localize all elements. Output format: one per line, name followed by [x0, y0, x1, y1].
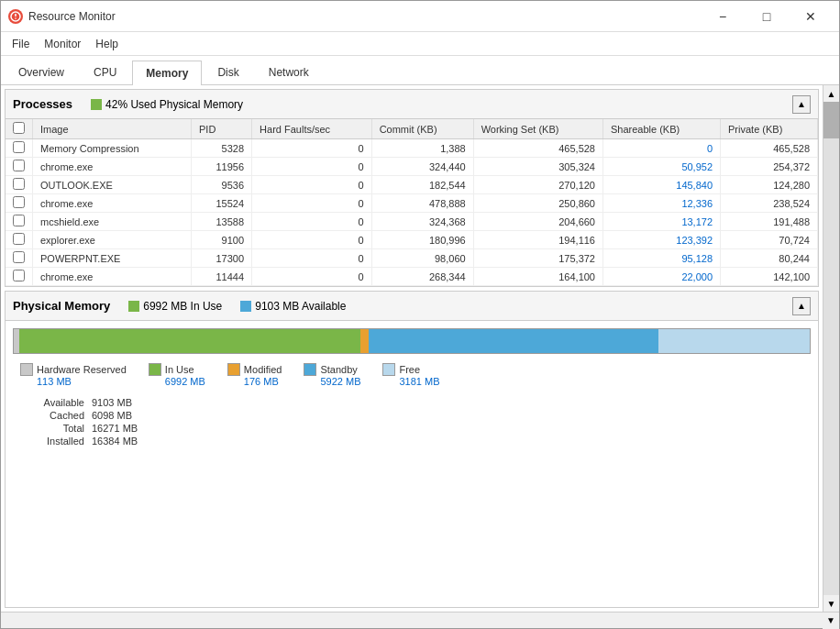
svg-point-2	[15, 17, 17, 19]
row-shareable: 13,172	[602, 213, 720, 231]
legend-item-free: Free 3181 MB	[382, 363, 439, 387]
row-shareable: 123,392	[602, 231, 720, 249]
memory-stats: Available 9103 MB Cached 6098 MB Total 1…	[20, 396, 803, 447]
row-image: Memory Compression	[33, 139, 192, 158]
row-hard-faults: 0	[252, 268, 372, 286]
row-pid: 13588	[192, 213, 252, 231]
physical-memory-collapse-button[interactable]: ▲	[792, 297, 811, 315]
legend-label-row: Standby	[304, 363, 357, 376]
legend-item-modified: Modified 176 MB	[227, 363, 282, 387]
row-pid: 9100	[192, 231, 252, 249]
physical-memory-header: Physical Memory 6992 MB In Use 9103 MB A…	[6, 292, 818, 321]
row-checkbox-cell[interactable]	[6, 231, 33, 249]
row-checkbox[interactable]	[13, 160, 25, 171]
row-checkbox[interactable]	[13, 178, 25, 190]
maximize-button[interactable]: □	[746, 4, 788, 29]
col-shareable[interactable]: Shareable (KB)	[602, 119, 720, 139]
row-checkbox-cell[interactable]	[6, 249, 33, 268]
row-image: chrome.exe	[33, 268, 192, 286]
legend-value: 113 MB	[20, 376, 72, 387]
row-working-set: 204,660	[473, 213, 602, 231]
row-checkbox[interactable]	[13, 215, 25, 226]
tab-memory[interactable]: Memory	[132, 61, 202, 85]
row-commit: 478,888	[371, 194, 473, 213]
table-row[interactable]: POWERPNT.EXE 17300 0 98,060 175,372 95,1…	[6, 249, 818, 268]
col-pid[interactable]: PID	[192, 119, 252, 139]
scroll-down-button[interactable]: ▼	[823, 595, 840, 612]
table-row[interactable]: Memory Compression 5328 0 1,388 465,528 …	[6, 139, 818, 158]
row-checkbox[interactable]	[13, 251, 25, 263]
table-row[interactable]: chrome.exe 11956 0 324,440 305,324 50,95…	[6, 158, 818, 176]
row-checkbox[interactable]	[13, 196, 25, 208]
col-commit[interactable]: Commit (KB)	[371, 119, 473, 139]
menu-file[interactable]: File	[5, 36, 37, 52]
legend-name: Standby	[320, 364, 357, 375]
row-commit: 98,060	[371, 249, 473, 268]
table-row[interactable]: chrome.exe 11444 0 268,344 164,100 22,00…	[6, 268, 818, 286]
stat-value: 6098 MB	[92, 410, 132, 421]
legend-value: 5922 MB	[304, 376, 360, 387]
col-working-set[interactable]: Working Set (KB)	[473, 119, 602, 139]
window-controls: − □ ✕	[702, 4, 832, 29]
row-checkbox[interactable]	[13, 270, 25, 281]
row-checkbox-cell[interactable]	[6, 213, 33, 231]
tab-cpu[interactable]: CPU	[80, 60, 130, 84]
tab-overview[interactable]: Overview	[5, 60, 78, 84]
select-all-checkbox[interactable]	[13, 122, 25, 134]
table-row[interactable]: OUTLOOK.EXE 9536 0 182,544 270,120 145,8…	[6, 176, 818, 194]
row-pid: 9536	[192, 176, 252, 194]
row-checkbox[interactable]	[13, 141, 25, 153]
available-icon	[240, 301, 251, 312]
col-checkbox	[6, 119, 33, 139]
menu-monitor[interactable]: Monitor	[37, 36, 88, 52]
processes-table-scroll[interactable]: Image PID Hard Faults/sec Commit (KB) Wo…	[6, 119, 818, 286]
row-checkbox[interactable]	[13, 233, 25, 245]
stat-label: Total	[20, 423, 84, 434]
main-window: Resource Monitor − □ ✕ File Monitor Help…	[0, 0, 840, 629]
table-row[interactable]: chrome.exe 15524 0 478,888 250,860 12,33…	[6, 194, 818, 213]
processes-status: 42% Used Physical Memory	[91, 98, 243, 111]
row-checkbox-cell[interactable]	[6, 268, 33, 286]
tab-network[interactable]: Network	[255, 60, 323, 84]
stat-value: 9103 MB	[92, 397, 132, 408]
app-icon	[8, 9, 23, 24]
row-checkbox-cell[interactable]	[6, 139, 33, 158]
memory-bar	[13, 328, 811, 354]
col-image[interactable]: Image	[33, 119, 192, 139]
minimize-button[interactable]: −	[702, 4, 744, 29]
tab-bar: Overview CPU Memory Disk Network	[1, 56, 839, 85]
row-image: POWERPNT.EXE	[33, 249, 192, 268]
scroll-thumb[interactable]	[823, 102, 839, 138]
bottom-scrollbar[interactable]: ▼	[1, 612, 839, 628]
row-shareable: 0	[602, 139, 720, 158]
memory-status-icon	[91, 99, 102, 110]
main-content: Processes 42% Used Physical Memory ▲	[1, 85, 839, 612]
memory-in-use-status: 6992 MB In Use 9103 MB Available	[128, 300, 346, 313]
row-checkbox-cell[interactable]	[6, 194, 33, 213]
table-row[interactable]: mcshield.exe 13588 0 324,368 204,660 13,…	[6, 213, 818, 231]
row-checkbox-cell[interactable]	[6, 158, 33, 176]
row-private: 124,280	[721, 176, 818, 194]
table-header-row: Image PID Hard Faults/sec Commit (KB) Wo…	[6, 119, 818, 139]
col-private[interactable]: Private (KB)	[721, 119, 818, 139]
tab-disk[interactable]: Disk	[204, 60, 252, 84]
legend-label-row: In Use	[149, 363, 194, 376]
table-row[interactable]: explorer.exe 9100 0 180,996 194,116 123,…	[6, 231, 818, 249]
row-checkbox-cell[interactable]	[6, 176, 33, 194]
row-working-set: 175,372	[473, 249, 602, 268]
scroll-right-button[interactable]: ▼	[823, 612, 839, 629]
right-scrollbar[interactable]: ▲ ▼	[823, 85, 839, 612]
memory-in-use-text: 6992 MB In Use	[143, 300, 222, 313]
memory-bar-segment-in-use	[19, 329, 360, 353]
legend-value: 6992 MB	[149, 376, 205, 387]
scroll-track[interactable]	[823, 102, 839, 595]
menu-bar: File Monitor Help	[1, 32, 839, 56]
menu-help[interactable]: Help	[88, 36, 126, 52]
legend-label-row: Modified	[227, 363, 282, 376]
scroll-up-button[interactable]: ▲	[823, 85, 840, 102]
processes-collapse-button[interactable]: ▲	[792, 95, 811, 114]
close-button[interactable]: ✕	[790, 4, 832, 29]
stat-row-cached: Cached 6098 MB	[20, 409, 803, 422]
col-hard-faults[interactable]: Hard Faults/sec	[252, 119, 372, 139]
row-image: mcshield.exe	[33, 213, 192, 231]
